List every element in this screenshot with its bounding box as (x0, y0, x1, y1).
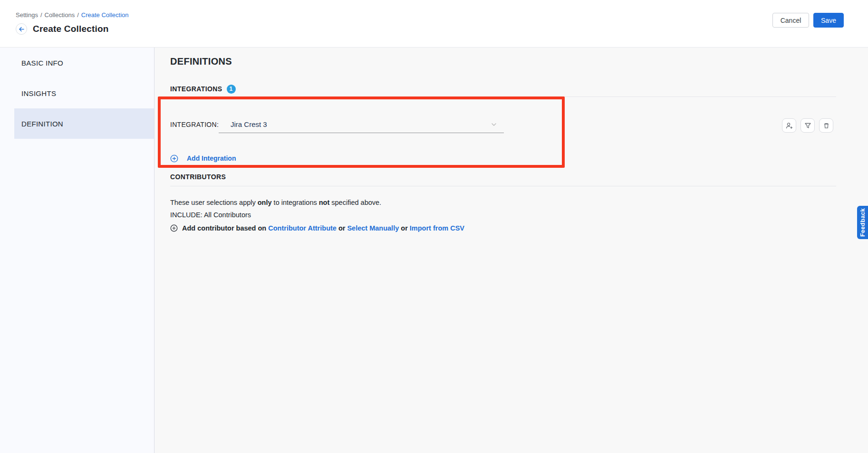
title-row: Create Collection (16, 23, 129, 35)
add-integration-link[interactable]: Add Integration (170, 153, 836, 164)
filter-button[interactable] (800, 118, 815, 133)
feedback-tab-label: Feedback (859, 208, 866, 237)
delete-button[interactable] (819, 118, 833, 133)
breadcrumb-create-collection[interactable]: Create Collection (81, 11, 129, 19)
create-collection-page: Settings/Collections/Create Collection C… (0, 0, 868, 453)
add-user-button[interactable] (782, 118, 796, 133)
add-contributor-text: Add contributor based on Contributor Att… (182, 223, 464, 233)
header-actions: Cancel Save (772, 0, 868, 47)
arrow-left-icon (19, 26, 25, 32)
filter-icon (804, 122, 812, 130)
or-text: or (337, 224, 347, 232)
trash-icon (822, 122, 830, 130)
add-integration-label: Add Integration (187, 154, 236, 162)
sidebar-item-insights[interactable]: INSIGHTS (0, 78, 154, 108)
add-contributor-row: Add contributor based on Contributor Att… (170, 223, 836, 233)
integration-action-buttons (782, 118, 833, 133)
note-bold-not: not (319, 199, 330, 206)
import-from-csv-link[interactable]: Import from CSV (410, 224, 464, 232)
integration-label: INTEGRATION: (170, 121, 219, 128)
contributors-divider (170, 186, 836, 186)
note-text: specified above. (329, 199, 381, 206)
add-user-icon (785, 122, 793, 130)
header-left: Settings/Collections/Create Collection C… (0, 0, 129, 47)
circle-plus-icon (170, 224, 178, 232)
contributor-attribute-link[interactable]: Contributor Attribute (268, 224, 337, 232)
integration-select-value: Jira Crest 3 (231, 120, 267, 128)
integration-row: INTEGRATION: Jira Crest 3 (170, 116, 836, 133)
note-text: to integrations (272, 199, 319, 206)
contributors-note: These user selections apply only to inte… (170, 198, 836, 207)
note-text: These user selections apply (170, 199, 258, 206)
circle-plus-icon (170, 154, 178, 163)
breadcrumb-settings[interactable]: Settings (16, 11, 38, 19)
sidebar: BASIC INFO INSIGHTS DEFINITION (0, 48, 154, 453)
include-line: INCLUDE: All Contributors (170, 210, 836, 220)
sidebar-item-basic-info[interactable]: BASIC INFO (0, 48, 154, 78)
chevron-down-icon (491, 121, 497, 128)
main-content: DEFINITIONS INTEGRATIONS 1 INTEGRATION: … (154, 48, 868, 453)
page-header: Settings/Collections/Create Collection C… (0, 0, 868, 48)
cancel-button[interactable]: Cancel (772, 13, 809, 28)
or-text: or (399, 224, 410, 232)
add-contributor-prefix: Add contributor based on (182, 224, 268, 232)
integrations-count-badge: 1 (227, 85, 236, 94)
breadcrumb-collections[interactable]: Collections (45, 11, 75, 19)
feedback-tab[interactable]: Feedback (857, 206, 868, 239)
integrations-section-title: INTEGRATIONS (170, 85, 222, 94)
contributors-section-header: CONTRIBUTORS (170, 173, 836, 182)
integrations-section-header: INTEGRATIONS 1 (170, 85, 836, 94)
contributors-section-title: CONTRIBUTORS (170, 173, 226, 182)
integrations-divider (170, 96, 836, 97)
integration-select[interactable]: Jira Crest 3 (219, 116, 504, 133)
breadcrumb-separator: / (77, 11, 79, 19)
breadcrumb-separator: / (40, 11, 42, 19)
select-manually-link[interactable]: Select Manually (347, 224, 399, 232)
breadcrumb: Settings/Collections/Create Collection (16, 11, 129, 19)
sidebar-item-definition[interactable]: DEFINITION (14, 108, 154, 139)
definitions-heading: DEFINITIONS (170, 56, 836, 67)
save-button[interactable]: Save (813, 13, 844, 28)
note-bold-only: only (258, 199, 272, 206)
page-title: Create Collection (33, 24, 109, 34)
back-button[interactable] (16, 23, 27, 35)
